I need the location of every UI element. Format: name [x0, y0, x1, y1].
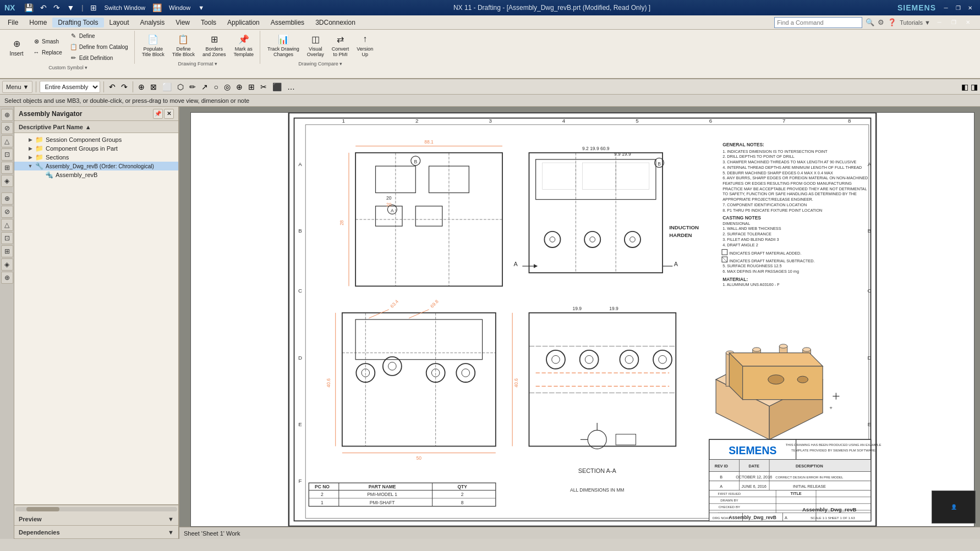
tb-icon-13[interactable]: ✂ [259, 82, 269, 91]
hscroll-thumb[interactable] [26, 507, 59, 511]
tb-icon-14[interactable]: ⬛ [271, 82, 283, 91]
menu-file[interactable]: File [2, 18, 24, 27]
drawing-area[interactable]: 1 2 3 4 5 6 7 8 A B C D E F A B C D [179, 107, 980, 539]
menu-tools[interactable]: Tools [195, 18, 222, 27]
window-dropdown[interactable]: ▼ [196, 4, 206, 12]
tree-item-session-groups[interactable]: ▶ 📁 Session Component Groups [14, 135, 178, 144]
view-select[interactable]: Entire Assembly [40, 81, 100, 93]
find-command-input[interactable] [774, 17, 862, 28]
menu-home[interactable]: Home [24, 18, 52, 27]
switch-window-btn[interactable]: Switch Window [102, 4, 147, 12]
qa-redo-icon[interactable]: ↷ [52, 3, 62, 12]
tb-icon-12[interactable]: ⊞ [247, 82, 256, 91]
tree-item-sections[interactable]: ▶ 📁 Sections [14, 153, 178, 162]
edit-definition-btn[interactable]: ✏ Edit Definition [67, 53, 131, 63]
tb-icon-4[interactable]: ⊠ [149, 82, 158, 91]
tree-item-assembly-dwg[interactable]: ▼ 🔧 Assembly_Dwg_revB (Order: Chronologi… [14, 162, 178, 170]
menu-layout[interactable]: Layout [104, 18, 135, 27]
nav-pin-btn[interactable]: 📌 [153, 109, 163, 119]
tree-item-component-groups[interactable]: ▶ 📁 Component Groups in Part [14, 144, 178, 153]
version-up-btn[interactable]: ↑ VersionUp [354, 31, 376, 59]
tb-icon-10[interactable]: ◎ [222, 82, 232, 91]
ribbon-minimize-btn[interactable]: ─ [934, 18, 945, 27]
ribbon-close-btn[interactable]: ✕ [962, 18, 973, 27]
tree-toggle-2[interactable]: ▶ [26, 145, 34, 152]
qa-more-icon[interactable]: ▼ [65, 3, 76, 12]
tb-right-icon-1[interactable]: ◧ [961, 82, 968, 91]
convert-to-pmi-btn[interactable]: ⇄ Convertto PMI [329, 31, 352, 59]
tb-icon-1[interactable]: ↶ [107, 82, 117, 91]
window-title: NX 11 - Drafting - [Assembly_Dwg_revB.pr… [206, 4, 897, 12]
window-icon[interactable]: 🪟 [151, 3, 163, 12]
tree-toggle-4[interactable]: ▼ [26, 162, 34, 170]
menu-view[interactable]: View [170, 18, 195, 27]
left-icon-3[interactable]: △ [1, 135, 13, 147]
nav-sort-icon[interactable]: ▲ [85, 124, 91, 130]
tb-icon-11[interactable]: ⊕ [234, 82, 244, 91]
preview-section[interactable]: Preview ▼ [14, 513, 178, 526]
left-icon-12[interactable]: ◈ [1, 258, 13, 271]
svg-text:D: D [298, 355, 302, 361]
qa-undo-icon[interactable]: ↶ [39, 3, 48, 12]
qa-save-icon[interactable]: 💾 [23, 3, 35, 12]
settings-icon[interactable]: ⚙ [878, 18, 884, 26]
ribbon-restore-btn[interactable]: ❐ [948, 18, 959, 27]
populate-title-block-btn[interactable]: 📄 PopulateTitle Block [139, 31, 167, 59]
tb-right-icon-2[interactable]: ◨ [971, 82, 978, 91]
left-icon-8[interactable]: ⊘ [1, 206, 13, 218]
menu-analysis[interactable]: Analysis [135, 18, 171, 27]
menu-assemblies[interactable]: Assemblies [265, 18, 310, 27]
left-icon-5[interactable]: ⊞ [1, 162, 13, 174]
tb-icon-2[interactable]: ↷ [119, 82, 129, 91]
tb-icon-8[interactable]: ↗ [200, 82, 210, 91]
menu-application[interactable]: Application [222, 18, 265, 27]
mark-as-template-btn[interactable]: 📌 Mark asTemplate [231, 31, 257, 59]
tutorials-btn[interactable]: Tutorials ▼ [900, 19, 930, 26]
tree-toggle[interactable]: ▶ [26, 136, 34, 144]
help-icon[interactable]: ❓ [888, 18, 896, 26]
left-icon-6[interactable]: ◈ [1, 175, 13, 187]
tb-icon-15[interactable]: … [286, 82, 297, 91]
track-drawing-changes-btn[interactable]: 📊 Track DrawingChanges [265, 31, 302, 59]
nav-close-btn[interactable]: ✕ [164, 109, 174, 119]
left-icon-1[interactable]: ⊕ [1, 109, 13, 121]
visual-overlay-btn[interactable]: ◫ VisualOverlay [304, 31, 327, 59]
define-from-catalog-btn[interactable]: 📋 Define from Catalog [67, 42, 131, 52]
tree-item-assembly-revb[interactable]: 🔩 Assembly_revB [14, 170, 178, 179]
restore-btn[interactable]: ❐ [952, 3, 963, 12]
left-icon-2[interactable]: ⊘ [1, 122, 13, 134]
define-tb-label: DefineTitle Block [172, 46, 195, 57]
left-icon-4[interactable]: ⊡ [1, 148, 13, 161]
smash-btn[interactable]: ⊗ Smash [30, 36, 65, 46]
nav-col-header: Descriptive Part Name ▲ [14, 121, 178, 133]
menu-toolbar-btn[interactable]: Menu ▼ [2, 81, 32, 93]
insert-icon: ⊕ [10, 37, 23, 50]
left-icon-11[interactable]: ⊞ [1, 245, 13, 257]
replace-btn[interactable]: ↔ Replace [30, 47, 65, 57]
define-title-block-btn[interactable]: 📋 DefineTitle Block [169, 31, 198, 59]
tb-icon-3[interactable]: ⊕ [136, 82, 146, 91]
insert-btn[interactable]: ⊕ Insert [6, 35, 28, 58]
close-btn[interactable]: ✕ [965, 3, 976, 12]
switch-window-icon[interactable]: ⊞ [89, 3, 98, 12]
left-icon-9[interactable]: △ [1, 219, 13, 231]
borders-zones-btn[interactable]: ⊞ Bordersand Zones [200, 31, 229, 59]
dependencies-section[interactable]: Dependencies ▼ [14, 526, 178, 539]
left-icon-10[interactable]: ⊡ [1, 232, 13, 244]
tb-icon-7[interactable]: ✏ [188, 82, 198, 91]
window-btn[interactable]: Window [167, 4, 193, 12]
nav-scrollbar[interactable] [14, 505, 178, 513]
minimize-btn[interactable]: ─ [940, 3, 951, 12]
tb-icon-5[interactable]: ⬜ [161, 82, 173, 91]
menu-drafting-tools[interactable]: Drafting Tools [52, 18, 103, 27]
tb-icon-9[interactable]: ○ [212, 82, 220, 91]
search-icon[interactable]: 🔍 [866, 18, 874, 26]
left-icon-13[interactable]: ⊕ [1, 272, 13, 284]
define-btn[interactable]: ✎ Define [67, 31, 131, 41]
tree-toggle-3[interactable]: ▶ [26, 153, 34, 161]
menu-dropdown-icon: ▼ [23, 84, 29, 90]
menu-3dconnexion[interactable]: 3DConnexion [310, 18, 361, 27]
left-icon-7[interactable]: ⊕ [1, 192, 13, 205]
hscroll-track[interactable] [15, 507, 177, 511]
tb-icon-6[interactable]: ⬡ [176, 82, 185, 91]
